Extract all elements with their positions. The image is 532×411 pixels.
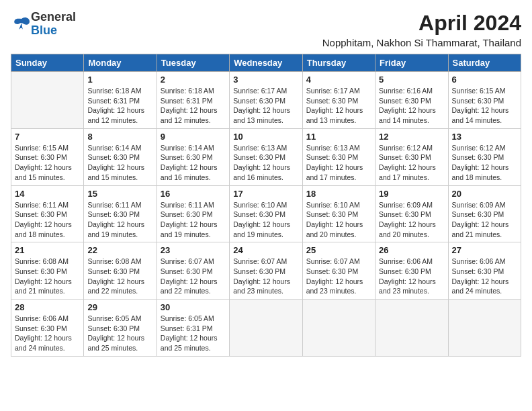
day-number: 9 bbox=[161, 132, 226, 142]
day-info: Sunrise: 6:08 AMSunset: 6:30 PMDaylight:… bbox=[87, 257, 152, 296]
day-number: 10 bbox=[233, 132, 298, 142]
calendar-cell: 24Sunrise: 6:07 AMSunset: 6:30 PMDayligh… bbox=[230, 242, 302, 300]
page-header: General Blue April 2024 Nopphitam, Nakho… bbox=[11, 11, 521, 48]
day-info: Sunrise: 6:06 AMSunset: 6:30 PMDaylight:… bbox=[379, 257, 444, 296]
calendar-cell bbox=[375, 300, 448, 357]
calendar-cell: 15Sunrise: 6:11 AMSunset: 6:30 PMDayligh… bbox=[84, 185, 157, 242]
day-info: Sunrise: 6:18 AMSunset: 6:31 PMDaylight:… bbox=[161, 86, 226, 126]
weekday-header: Saturday bbox=[448, 54, 521, 72]
calendar-cell: 14Sunrise: 6:11 AMSunset: 6:30 PMDayligh… bbox=[11, 185, 84, 242]
day-number: 21 bbox=[15, 245, 80, 255]
calendar-cell: 5Sunrise: 6:16 AMSunset: 6:30 PMDaylight… bbox=[375, 72, 448, 129]
calendar-cell: 25Sunrise: 6:07 AMSunset: 6:30 PMDayligh… bbox=[302, 242, 375, 300]
day-number: 2 bbox=[161, 75, 226, 85]
day-info: Sunrise: 6:13 AMSunset: 6:30 PMDaylight:… bbox=[233, 143, 298, 183]
day-info: Sunrise: 6:12 AMSunset: 6:30 PMDaylight:… bbox=[452, 143, 517, 183]
day-info: Sunrise: 6:11 AMSunset: 6:30 PMDaylight:… bbox=[161, 200, 226, 240]
calendar-cell: 28Sunrise: 6:06 AMSunset: 6:30 PMDayligh… bbox=[11, 300, 84, 357]
weekday-header-row: SundayMondayTuesdayWednesdayThursdayFrid… bbox=[11, 54, 521, 72]
calendar-cell bbox=[230, 300, 302, 357]
month-year-title: April 2024 bbox=[322, 11, 521, 36]
calendar-cell: 16Sunrise: 6:11 AMSunset: 6:30 PMDayligh… bbox=[157, 185, 229, 242]
location-subtitle: Nopphitam, Nakhon Si Thammarat, Thailand bbox=[322, 37, 521, 48]
day-info: Sunrise: 6:17 AMSunset: 6:30 PMDaylight:… bbox=[306, 86, 371, 126]
calendar-cell bbox=[448, 300, 521, 357]
day-number: 23 bbox=[161, 245, 226, 255]
day-number: 11 bbox=[306, 132, 371, 142]
calendar-cell: 1Sunrise: 6:18 AMSunset: 6:31 PMDaylight… bbox=[84, 72, 157, 129]
day-info: Sunrise: 6:06 AMSunset: 6:30 PMDaylight:… bbox=[15, 314, 80, 353]
day-number: 16 bbox=[161, 189, 226, 199]
day-number: 17 bbox=[233, 189, 298, 199]
calendar-week-row: 28Sunrise: 6:06 AMSunset: 6:30 PMDayligh… bbox=[11, 300, 521, 357]
day-info: Sunrise: 6:08 AMSunset: 6:30 PMDaylight:… bbox=[15, 257, 80, 296]
weekday-header: Sunday bbox=[11, 54, 84, 72]
day-number: 22 bbox=[87, 245, 152, 255]
calendar-cell: 26Sunrise: 6:06 AMSunset: 6:30 PMDayligh… bbox=[375, 242, 448, 300]
day-info: Sunrise: 6:17 AMSunset: 6:30 PMDaylight:… bbox=[233, 86, 298, 126]
calendar-cell: 9Sunrise: 6:14 AMSunset: 6:30 PMDaylight… bbox=[157, 128, 229, 185]
day-number: 12 bbox=[379, 132, 444, 142]
calendar-week-row: 7Sunrise: 6:15 AMSunset: 6:30 PMDaylight… bbox=[11, 128, 521, 185]
day-number: 5 bbox=[379, 75, 444, 85]
day-info: Sunrise: 6:07 AMSunset: 6:30 PMDaylight:… bbox=[306, 257, 371, 296]
calendar-cell: 18Sunrise: 6:10 AMSunset: 6:30 PMDayligh… bbox=[302, 185, 375, 242]
day-info: Sunrise: 6:16 AMSunset: 6:30 PMDaylight:… bbox=[379, 86, 444, 126]
day-info: Sunrise: 6:05 AMSunset: 6:30 PMDaylight:… bbox=[87, 314, 152, 353]
day-number: 28 bbox=[15, 302, 80, 312]
day-info: Sunrise: 6:10 AMSunset: 6:30 PMDaylight:… bbox=[233, 200, 298, 240]
day-number: 15 bbox=[87, 189, 152, 199]
calendar-cell: 19Sunrise: 6:09 AMSunset: 6:30 PMDayligh… bbox=[375, 185, 448, 242]
day-number: 4 bbox=[306, 75, 371, 85]
calendar-cell: 20Sunrise: 6:09 AMSunset: 6:30 PMDayligh… bbox=[448, 185, 521, 242]
calendar-cell: 12Sunrise: 6:12 AMSunset: 6:30 PMDayligh… bbox=[375, 128, 448, 185]
calendar-table: SundayMondayTuesdayWednesdayThursdayFrid… bbox=[11, 54, 521, 357]
day-info: Sunrise: 6:07 AMSunset: 6:30 PMDaylight:… bbox=[233, 257, 298, 296]
calendar-week-row: 21Sunrise: 6:08 AMSunset: 6:30 PMDayligh… bbox=[11, 242, 521, 300]
day-number: 25 bbox=[306, 245, 371, 255]
calendar-cell: 23Sunrise: 6:07 AMSunset: 6:30 PMDayligh… bbox=[157, 242, 229, 300]
day-info: Sunrise: 6:07 AMSunset: 6:30 PMDaylight:… bbox=[161, 257, 226, 296]
logo-bird-icon bbox=[12, 16, 31, 32]
day-number: 24 bbox=[233, 245, 298, 255]
day-number: 30 bbox=[161, 302, 226, 312]
day-info: Sunrise: 6:14 AMSunset: 6:30 PMDaylight:… bbox=[87, 143, 152, 183]
calendar-cell: 4Sunrise: 6:17 AMSunset: 6:30 PMDaylight… bbox=[302, 72, 375, 129]
day-info: Sunrise: 6:14 AMSunset: 6:30 PMDaylight:… bbox=[161, 143, 226, 183]
day-number: 18 bbox=[306, 189, 371, 199]
calendar-week-row: 1Sunrise: 6:18 AMSunset: 6:31 PMDaylight… bbox=[11, 72, 521, 129]
calendar-cell: 7Sunrise: 6:15 AMSunset: 6:30 PMDaylight… bbox=[11, 128, 84, 185]
calendar-cell: 8Sunrise: 6:14 AMSunset: 6:30 PMDaylight… bbox=[84, 128, 157, 185]
calendar-cell: 11Sunrise: 6:13 AMSunset: 6:30 PMDayligh… bbox=[302, 128, 375, 185]
calendar-cell bbox=[11, 72, 84, 129]
calendar-cell: 21Sunrise: 6:08 AMSunset: 6:30 PMDayligh… bbox=[11, 242, 84, 300]
day-number: 6 bbox=[452, 75, 517, 85]
calendar-cell: 6Sunrise: 6:15 AMSunset: 6:30 PMDaylight… bbox=[448, 72, 521, 129]
logo-text: General Blue bbox=[31, 11, 76, 38]
day-info: Sunrise: 6:09 AMSunset: 6:30 PMDaylight:… bbox=[379, 200, 444, 240]
weekday-header: Monday bbox=[84, 54, 157, 72]
weekday-header: Friday bbox=[375, 54, 448, 72]
calendar-cell: 13Sunrise: 6:12 AMSunset: 6:30 PMDayligh… bbox=[448, 128, 521, 185]
day-info: Sunrise: 6:09 AMSunset: 6:30 PMDaylight:… bbox=[452, 200, 517, 240]
calendar-cell: 2Sunrise: 6:18 AMSunset: 6:31 PMDaylight… bbox=[157, 72, 229, 129]
day-info: Sunrise: 6:18 AMSunset: 6:31 PMDaylight:… bbox=[87, 86, 152, 126]
day-info: Sunrise: 6:10 AMSunset: 6:30 PMDaylight:… bbox=[306, 200, 371, 240]
day-number: 3 bbox=[233, 75, 298, 85]
day-number: 8 bbox=[87, 132, 152, 142]
day-info: Sunrise: 6:06 AMSunset: 6:30 PMDaylight:… bbox=[452, 257, 517, 296]
day-number: 26 bbox=[379, 245, 444, 255]
calendar-cell: 3Sunrise: 6:17 AMSunset: 6:30 PMDaylight… bbox=[230, 72, 302, 129]
weekday-header: Thursday bbox=[302, 54, 375, 72]
calendar-cell: 27Sunrise: 6:06 AMSunset: 6:30 PMDayligh… bbox=[448, 242, 521, 300]
calendar-week-row: 14Sunrise: 6:11 AMSunset: 6:30 PMDayligh… bbox=[11, 185, 521, 242]
day-info: Sunrise: 6:13 AMSunset: 6:30 PMDaylight:… bbox=[306, 143, 371, 183]
weekday-header: Tuesday bbox=[157, 54, 229, 72]
calendar-cell: 22Sunrise: 6:08 AMSunset: 6:30 PMDayligh… bbox=[84, 242, 157, 300]
day-number: 14 bbox=[15, 189, 80, 199]
day-number: 29 bbox=[87, 302, 152, 312]
calendar-cell: 10Sunrise: 6:13 AMSunset: 6:30 PMDayligh… bbox=[230, 128, 302, 185]
calendar-cell: 30Sunrise: 6:05 AMSunset: 6:31 PMDayligh… bbox=[157, 300, 229, 357]
calendar-cell bbox=[302, 300, 375, 357]
day-number: 19 bbox=[379, 189, 444, 199]
